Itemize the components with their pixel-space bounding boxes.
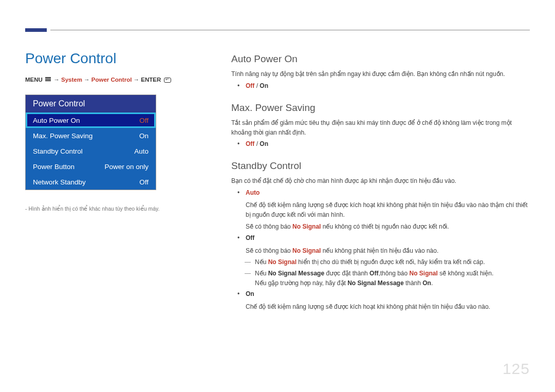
menu-row-max-power-saving[interactable]: Max. Power Saving On	[26, 128, 156, 143]
off-dash-2: Nếu No Signal Message được đặt thành Off…	[246, 269, 530, 288]
on-detail: Chế độ tiết kiệm năng lượng sẽ được kích…	[246, 302, 530, 312]
header-rule	[50, 30, 530, 30]
menu-row-power-button[interactable]: Power Button Power on only	[26, 159, 156, 174]
menu-row-value: Off	[139, 178, 149, 186]
auto-detail-2: Sẽ có thông báo No Signal nếu không có t…	[246, 222, 530, 232]
menu-row-standby-control[interactable]: Standby Control Auto	[26, 143, 156, 159]
option-label: Off	[246, 234, 254, 241]
menu-row-label: Network Standby	[33, 178, 86, 186]
menu-panel-header: Power Control	[26, 95, 156, 113]
menu-row-label: Max. Power Saving	[33, 132, 92, 140]
option-off: Off	[246, 140, 254, 147]
menu-row-label: Standby Control	[33, 147, 83, 155]
breadcrumb-menu: MENU	[25, 77, 43, 83]
option-on: On	[260, 82, 268, 89]
page-title: Power Control	[25, 50, 116, 67]
section-title-max-power-saving: Max. Power Saving	[231, 100, 530, 115]
section-desc: Tắt sản phẩm để giảm mức tiêu thụ điện s…	[231, 118, 530, 137]
option-on: On	[240, 289, 530, 299]
menu-row-value: Power on only	[104, 163, 149, 171]
section-desc: Bạn có thể đặt chế độ chờ cho màn hình đ…	[231, 176, 530, 186]
no-signal-message-text: No Signal Message	[268, 270, 324, 277]
breadcrumb-power-control: Power Control	[91, 77, 132, 83]
page-number: 125	[503, 360, 530, 378]
enter-icon	[164, 78, 171, 83]
breadcrumb: MENU → System → Power Control → ENTER	[25, 77, 171, 83]
breadcrumb-system: System	[61, 77, 82, 83]
option-label: On	[246, 290, 254, 297]
option-off: Off	[246, 82, 254, 89]
menu-row-label: Power Button	[33, 163, 75, 171]
breadcrumb-arrow-3: →	[134, 77, 140, 83]
section-title-auto-power-on: Auto Power On	[231, 51, 530, 66]
breadcrumb-arrow-2: →	[84, 77, 90, 83]
off-detail-1: Sẽ có thông báo No Signal nếu không phát…	[246, 246, 530, 256]
off-dash-1: Nếu No Signal hiển thị cho dù thiết bị n…	[246, 257, 530, 267]
option-on: On	[260, 140, 268, 147]
menu-row-auto-power-on[interactable]: Auto Power On Off	[26, 113, 156, 128]
no-signal-message-text: No Signal Message	[347, 279, 403, 287]
image-note: - Hình ảnh hiển thị có thể khác nhau tùy…	[25, 206, 179, 212]
menu-row-network-standby[interactable]: Network Standby Off	[26, 174, 156, 190]
option-line: Off / On	[240, 81, 530, 91]
section-title-standby-control: Standby Control	[231, 158, 530, 173]
menu-panel: Power Control Auto Power On Off Max. Pow…	[25, 95, 156, 190]
option-off: Off	[240, 233, 530, 243]
menu-row-label: Auto Power On	[33, 117, 80, 124]
option-line: Off / On	[240, 139, 530, 149]
option-auto: Auto	[240, 188, 530, 198]
auto-detail-1: Chế độ tiết kiệm năng lượng sẽ được kích…	[246, 200, 530, 219]
breadcrumb-arrow-1: →	[53, 77, 60, 83]
menu-icon	[45, 77, 51, 82]
menu-row-value: Auto	[134, 147, 149, 155]
menu-row-value: Off	[139, 117, 149, 124]
header-accent	[25, 28, 47, 32]
no-signal-text: No Signal	[268, 258, 297, 266]
no-signal-text: No Signal	[292, 247, 321, 254]
no-signal-text: No Signal	[292, 223, 321, 230]
menu-row-value: On	[139, 132, 149, 140]
option-label: Auto	[246, 189, 260, 196]
content-column: Auto Power On Tính năng này tự động bật …	[231, 51, 530, 313]
breadcrumb-enter: ENTER	[141, 77, 161, 83]
section-desc: Tính năng này tự động bật trên sản phẩm …	[231, 69, 530, 79]
no-signal-text: No Signal	[410, 270, 438, 277]
